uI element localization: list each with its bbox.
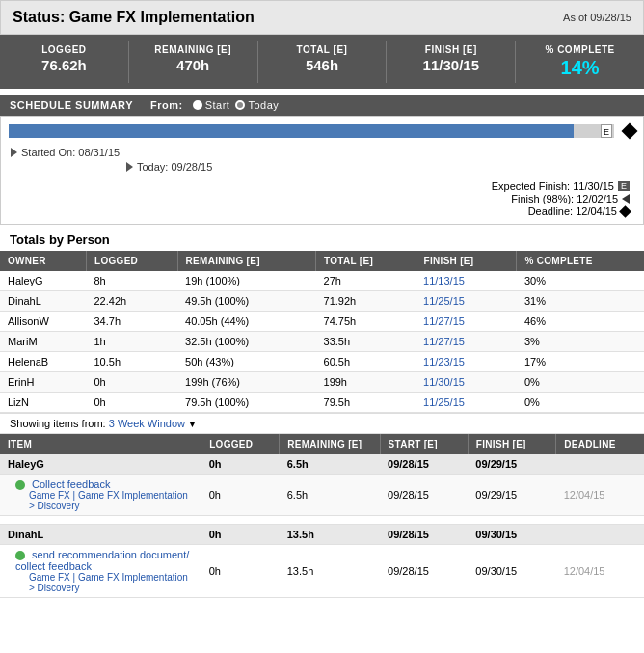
items-task-start: 09/28/15 xyxy=(380,475,468,516)
task-name-link[interactable]: Collect feedback xyxy=(32,478,110,490)
radio-start[interactable]: Start xyxy=(193,99,230,111)
totals-section-title: Totals by Person xyxy=(0,225,644,251)
stat-total-label: TOTAL [E] xyxy=(266,44,379,55)
stat-logged: LOGGED 76.62h xyxy=(0,41,129,83)
items-separator-row xyxy=(0,516,644,525)
totals-col-complete: % COMPLETE xyxy=(517,251,644,271)
totals-col-finish: FINISH [E] xyxy=(416,251,517,271)
items-owner-start: 09/28/15 xyxy=(380,454,468,475)
today-triangle-icon xyxy=(126,162,133,172)
totals-cell-finish: 11/25/15 xyxy=(416,291,517,312)
gantt-info: Started On: 08/31/15 Today: 09/28/15 xyxy=(1,142,643,177)
items-task-finish: 09/30/15 xyxy=(468,545,555,598)
radio-start-label: Start xyxy=(205,99,230,111)
items-owner-logged: 0h xyxy=(201,525,280,545)
totals-cell-remaining: 50h (43%) xyxy=(177,352,315,372)
items-owner-name: DinahL xyxy=(0,525,201,545)
items-owner-remaining: 13.5h xyxy=(280,525,380,545)
totals-col-remaining: REMAINING [E] xyxy=(177,251,315,271)
items-col-logged: LOGGED xyxy=(201,434,280,454)
totals-cell-complete: 31% xyxy=(517,291,644,312)
expected-finish-badge: E xyxy=(618,181,630,191)
radio-today-label: Today xyxy=(248,99,279,111)
radio-today[interactable]: Today xyxy=(235,99,279,111)
page-title: Status: Game FX Implementation xyxy=(13,9,255,26)
stat-remaining-value: 470h xyxy=(137,57,250,73)
totals-cell-finish: 11/25/15 xyxy=(416,393,517,413)
stat-finish: FINISH [E] 11/30/15 xyxy=(387,41,516,83)
totals-cell-remaining: 199h (76%) xyxy=(177,372,315,393)
totals-cell-owner: HelenaB xyxy=(0,352,87,372)
items-task-deadline: 12/04/15 xyxy=(556,475,644,516)
totals-cell-logged: 0h xyxy=(87,393,178,413)
totals-col-total: TOTAL [E] xyxy=(316,251,416,271)
items-owner-finish: 09/29/15 xyxy=(468,454,555,475)
totals-col-logged: LOGGED xyxy=(87,251,178,271)
items-col-deadline: DEADLINE xyxy=(556,434,644,454)
stat-complete-value: 14% xyxy=(523,57,636,79)
radio-today-icon xyxy=(235,100,245,110)
items-owner-deadline xyxy=(556,525,644,545)
totals-cell-owner: LizN xyxy=(0,393,87,413)
as-of-date: As of 09/28/15 xyxy=(563,12,631,23)
totals-row: DinahL 22.42h 49.5h (100%) 71.92h 11/25/… xyxy=(0,291,644,312)
totals-cell-owner: AllisonW xyxy=(0,312,87,332)
totals-cell-finish: 11/13/15 xyxy=(416,271,517,291)
items-task-row: Collect feedback Game FX | Game FX Imple… xyxy=(0,475,644,516)
today-date-label: Today: 09/28/15 xyxy=(137,161,212,173)
stat-total-value: 546h xyxy=(266,57,379,73)
started-row: Started On: 08/31/15 xyxy=(11,147,633,158)
gantt-label-e: E xyxy=(601,124,612,138)
items-col-finish: FINISH [E] xyxy=(468,434,555,454)
totals-cell-owner: HaleyG xyxy=(0,271,87,291)
items-task-deadline: 12/04/15 xyxy=(556,545,644,598)
items-task-name: Collect feedback xyxy=(15,478,194,490)
totals-cell-finish: 11/23/15 xyxy=(416,352,517,372)
totals-header-row: OWNER LOGGED REMAINING [E] TOTAL [E] FIN… xyxy=(0,251,644,271)
items-task-remaining: 13.5h xyxy=(280,545,380,598)
gantt-bar-fill xyxy=(9,124,574,138)
items-task-logged: 0h xyxy=(201,545,280,598)
task-breadcrumb: Game FX | Game FX Implementation > Disco… xyxy=(15,572,194,593)
totals-cell-logged: 8h xyxy=(87,271,178,291)
items-task-name-cell: send recommendation document/ collect fe… xyxy=(0,545,201,598)
started-triangle-icon xyxy=(11,148,17,157)
totals-cell-remaining: 49.5h (100%) xyxy=(177,291,315,312)
stat-complete-label: % COMPLETE xyxy=(523,44,636,55)
items-col-item: ITEM xyxy=(0,434,201,454)
task-name-link[interactable]: send recommendation document/ collect fe… xyxy=(15,549,189,572)
stats-bar: LOGGED 76.62h REMAINING [E] 470h TOTAL [… xyxy=(0,35,644,89)
schedule-header: SCHEDULE SUMMARY From: Start Today xyxy=(0,95,644,116)
totals-row: ErinH 0h 199h (76%) 199h 11/30/15 0% xyxy=(0,372,644,393)
totals-cell-logged: 34.7h xyxy=(87,312,178,332)
deadline-diamond-icon xyxy=(619,205,631,218)
items-task-row: send recommendation document/ collect fe… xyxy=(0,545,644,598)
stat-remaining: REMAINING [E] 470h xyxy=(129,41,258,83)
totals-cell-complete: 30% xyxy=(517,271,644,291)
items-owner-row: HaleyG 0h 6.5h 09/28/15 09/29/15 xyxy=(0,454,644,475)
totals-cell-logged: 10.5h xyxy=(87,352,178,372)
totals-cell-total: 74.75h xyxy=(316,312,416,332)
totals-cell-logged: 0h xyxy=(87,372,178,393)
totals-cell-remaining: 19h (100%) xyxy=(177,271,315,291)
totals-cell-owner: MariM xyxy=(0,332,87,352)
totals-table: OWNER LOGGED REMAINING [E] TOTAL [E] FIN… xyxy=(0,251,644,413)
totals-cell-total: 199h xyxy=(316,372,416,393)
dropdown-arrow-icon[interactable]: ▼ xyxy=(188,420,197,429)
totals-cell-owner: DinahL xyxy=(0,291,87,312)
stat-logged-value: 76.62h xyxy=(8,57,121,73)
totals-row: LizN 0h 79.5h (100%) 79.5h 11/25/15 0% xyxy=(0,393,644,413)
from-label: From: xyxy=(150,99,183,111)
totals-cell-finish: 11/30/15 xyxy=(416,372,517,393)
radio-start-icon xyxy=(193,100,202,110)
week-window-link[interactable]: 3 Week Window xyxy=(109,418,185,429)
gantt-diamond xyxy=(622,123,638,140)
items-task-name: send recommendation document/ collect fe… xyxy=(15,549,194,572)
totals-cell-complete: 3% xyxy=(517,332,644,352)
totals-cell-complete: 0% xyxy=(517,393,644,413)
items-task-remaining: 6.5h xyxy=(280,475,380,516)
totals-cell-total: 33.5h xyxy=(316,332,416,352)
radio-group: Start Today xyxy=(193,99,280,111)
deadline-label: Deadline: 12/04/15 xyxy=(528,205,617,217)
totals-cell-total: 79.5h xyxy=(316,393,416,413)
